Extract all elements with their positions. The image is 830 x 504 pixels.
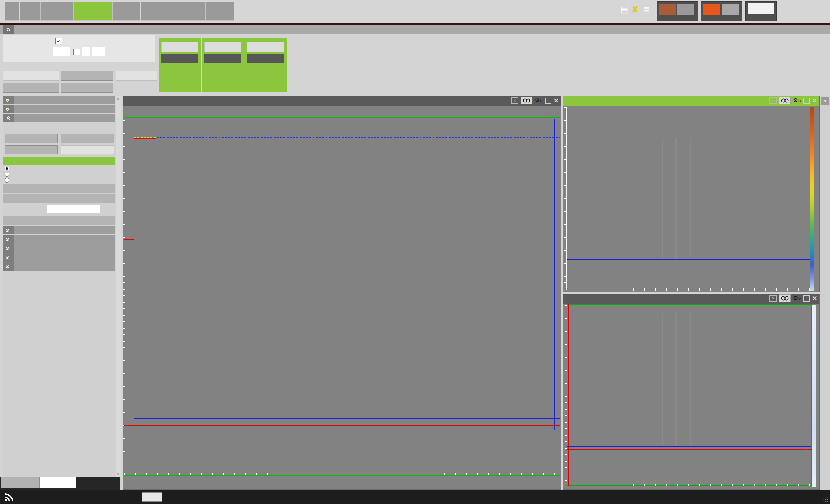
section-global-display-parameters[interactable]: »	[3, 96, 116, 104]
delete-clouds-button[interactable]	[3, 83, 59, 93]
scroll-up-icon[interactable]: ∧	[116, 96, 121, 101]
select-all-button[interactable]	[116, 71, 157, 81]
menu-tab-options[interactable]	[206, 2, 234, 21]
generate-clouds-button[interactable]	[61, 83, 114, 93]
reflection-layer-input[interactable]	[47, 205, 100, 213]
tab-presentations[interactable]	[1, 477, 39, 489]
maximize-panel-icon[interactable]	[803, 98, 809, 104]
scroll-down-icon[interactable]: ∨	[116, 471, 121, 476]
recording-2-advanced-button[interactable]	[204, 54, 241, 63]
hide-data-below-display-level-button[interactable]	[3, 194, 116, 203]
fce-disabled-icon[interactable]: ✕	[769, 295, 777, 302]
menu-tab-operator[interactable]	[141, 2, 172, 21]
collapse-ribbon-button[interactable]: »	[3, 25, 13, 34]
sector-scan-image[interactable]	[134, 138, 560, 430]
section-marker-positions[interactable]: »	[3, 226, 116, 234]
recording-2-select-button[interactable]	[204, 42, 241, 52]
menu-tab-config[interactable]	[20, 2, 40, 21]
sector-scan-titlebar[interactable]: ✕ ⚙⚙ ✕	[123, 96, 561, 106]
section-annotations[interactable]: »	[3, 244, 116, 253]
expand-scanner-control-icon[interactable]: «	[821, 97, 829, 105]
settings-gears-icon[interactable]: ⚙⚙	[535, 97, 543, 104]
maximize-panel-icon[interactable]	[545, 98, 551, 104]
tab-parameters[interactable]	[39, 477, 76, 488]
menu-tab-scanner[interactable]	[113, 2, 140, 21]
copy-cuboid-button[interactable]	[61, 134, 115, 143]
law-range-input[interactable]	[53, 48, 70, 56]
sector-blue-hline[interactable]	[134, 418, 560, 419]
side-view-red-vline[interactable]	[568, 304, 569, 486]
section-sscan-display-parameters[interactable]: »	[3, 105, 116, 113]
radio-all-datachannels[interactable]	[3, 165, 116, 171]
link-views-icon[interactable]	[521, 97, 532, 104]
chevron-down-icon[interactable]: »	[3, 262, 13, 271]
link-views-icon[interactable]	[779, 97, 791, 104]
radio-icon[interactable]	[4, 178, 9, 183]
fce-disabled-icon[interactable]: ✕	[511, 97, 518, 104]
elevate-button[interactable]	[142, 492, 162, 502]
chevron-down-icon[interactable]: »	[3, 226, 13, 234]
sector-red-hline[interactable]	[124, 425, 560, 426]
greyscale-outside-cuboid-button[interactable]	[3, 184, 116, 193]
link-views-icon[interactable]	[779, 294, 791, 302]
section-visual-scheme-parameters[interactable]: »	[3, 253, 116, 262]
close-panel-icon[interactable]: ✕	[553, 97, 559, 104]
sector-blue-vline[interactable]	[554, 119, 555, 430]
resize-grip-icon[interactable]	[823, 497, 829, 503]
law-checkbox[interactable]	[73, 49, 80, 56]
settings-gears-icon[interactable]: ⚙⚙	[793, 295, 801, 302]
chevron-down-icon[interactable]: »	[3, 235, 13, 244]
top-view-blue-line[interactable]	[567, 259, 810, 260]
close-panel-icon[interactable]: ✕	[812, 97, 817, 104]
close-panel-icon[interactable]: ✕	[812, 295, 817, 302]
recording-3-select-button[interactable]	[247, 42, 284, 52]
law-min-input[interactable]	[82, 48, 90, 56]
recording-1-select-button[interactable]	[161, 42, 198, 52]
chevron-down-icon[interactable]: »	[3, 96, 13, 104]
scan-path-off-button[interactable]	[659, 4, 676, 14]
sector-scan-panel: ✕ ⚙⚙ ✕	[123, 96, 561, 490]
side-view-blue-line[interactable]	[567, 446, 811, 447]
top-view-image[interactable]	[567, 138, 809, 259]
scan-path-on-button[interactable]	[677, 4, 695, 14]
radio-xy-marker-selection[interactable]	[3, 177, 116, 183]
top-view-divider-1	[662, 138, 663, 259]
menu-tab-job[interactable]	[4, 2, 20, 21]
fce-disabled-icon[interactable]: ✕	[769, 97, 777, 104]
section-pscan-display-parameters[interactable]: »	[3, 114, 116, 122]
chevron-down-icon[interactable]: »	[3, 244, 13, 253]
chevron-up-icon[interactable]: »	[3, 114, 13, 122]
chevron-down-icon[interactable]: »	[3, 253, 13, 262]
statusbar-separator	[190, 492, 190, 502]
section-default-marker-cube-size[interactable]: »	[3, 262, 116, 271]
link-to-presentations-button[interactable]	[3, 71, 59, 81]
use-weld-reflection-button[interactable]	[3, 216, 116, 225]
data-zoom-button[interactable]	[4, 145, 58, 154]
menu-tab-data-view[interactable]	[74, 2, 113, 21]
radio-linked-datachannels[interactable]	[3, 171, 116, 177]
section-presentation-gates[interactable]: »	[3, 235, 116, 244]
menu-tab-calibrate[interactable]	[41, 2, 73, 21]
menu-tab-reporting[interactable]	[172, 2, 205, 21]
radio-icon[interactable]	[4, 172, 9, 177]
pages-icon[interactable]: ▤	[620, 4, 628, 14]
top-view-titlebar[interactable]: ✕ ⚙⚙ ✕	[563, 96, 819, 106]
settings-gears-icon[interactable]: ⚙⚙	[793, 97, 801, 104]
recording-1-advanced-button[interactable]	[161, 54, 198, 63]
recording-3-advanced-button[interactable]	[247, 54, 284, 63]
side-view-red-line[interactable]	[567, 449, 811, 450]
maximize-panel-icon[interactable]	[803, 295, 809, 302]
law-max-input[interactable]	[92, 48, 105, 56]
record-data-on-button[interactable]	[722, 4, 739, 14]
list-icon[interactable]: ≣	[643, 4, 650, 14]
side-view-titlebar[interactable]: ✕ ⚙⚙ ✕	[563, 294, 819, 304]
clear-presentations-button[interactable]	[61, 71, 114, 81]
annotation-zoom-button[interactable]	[61, 145, 115, 154]
copy-geometry-button[interactable]	[4, 134, 58, 143]
radio-icon[interactable]	[4, 166, 9, 171]
sidebar-scrollbar[interactable]: ∧ ∨	[116, 96, 121, 477]
record-data-off-button[interactable]	[703, 4, 721, 14]
side-view-image[interactable]	[567, 313, 811, 446]
chevron-down-icon[interactable]: »	[3, 105, 13, 113]
gate-checkbox[interactable]: ✓	[56, 38, 62, 44]
